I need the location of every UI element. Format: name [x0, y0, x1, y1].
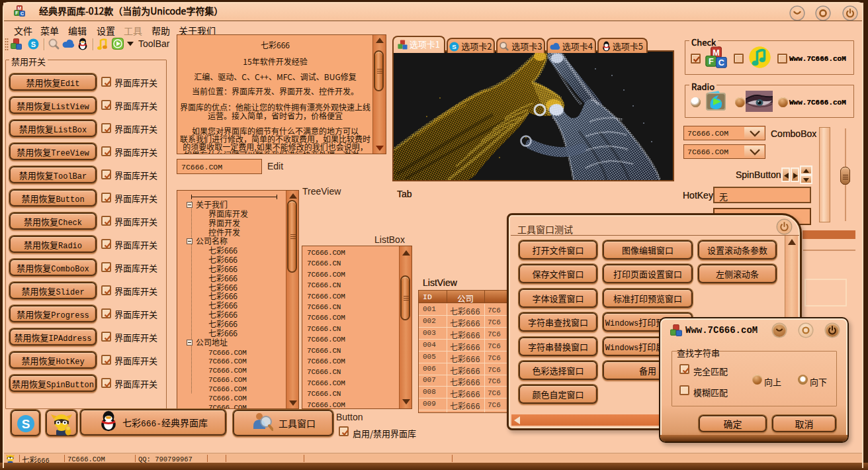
svg-text:S: S [31, 40, 36, 48]
svg-text:S: S [21, 417, 30, 431]
svg-text:F: F [15, 11, 19, 15]
svg-text:C: C [21, 11, 24, 16]
svg-text:S: S [453, 43, 457, 50]
svg-text:M: M [18, 6, 22, 11]
svg-text:C: C [718, 58, 724, 68]
svg-text:F: F [709, 57, 714, 66]
